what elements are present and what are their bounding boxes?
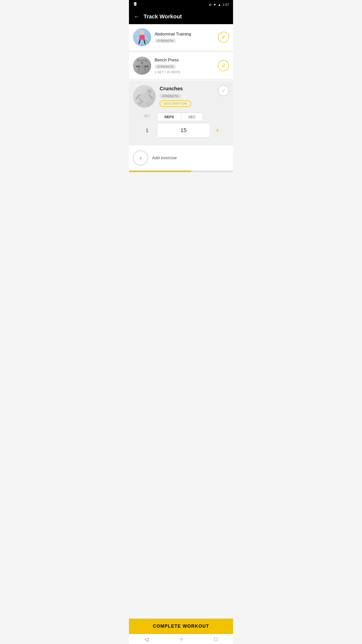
add-exercise-icon: + (139, 154, 142, 162)
exercise-info-bench: Bench Press STRENGTH 1 SET • 15 REPS (155, 58, 218, 74)
crunches-left: Crunches STRENGTH DESCRIPTION (133, 85, 191, 108)
svg-line-2 (137, 37, 139, 39)
add-exercise-row[interactable]: + Add exercise (129, 145, 233, 171)
exercise-card-bench: Bench Press STRENGTH 1 SET • 15 REPS ✓ (129, 53, 233, 79)
tab-reps[interactable]: REPS (157, 113, 181, 121)
exercise-tag-crunches: STRENGTH (160, 94, 181, 98)
exercise-sets-bench: 1 SET • 15 REPS (155, 70, 218, 74)
nav-back-icon[interactable]: ◁ (145, 636, 148, 642)
svg-line-17 (149, 95, 152, 99)
crunches-info: Crunches STRENGTH DESCRIPTION (160, 86, 191, 107)
status-time: 1:57 (223, 3, 229, 7)
avatar-bench (133, 57, 151, 75)
exercise-tag-bench: STRENGTH (155, 64, 176, 69)
checkmark-crunches: ✓ (221, 88, 226, 94)
complete-workout-button[interactable]: COMPLETE WORKOUT (129, 619, 233, 634)
battery-level-icon: ▲ (218, 3, 221, 7)
exercise-card-left: Abdominal Training STRENGTH (133, 28, 218, 46)
header: ← Track Workout (129, 9, 233, 24)
exercise-name-bench: Bench Press (155, 58, 218, 63)
add-exercise-circle: + (133, 150, 148, 166)
svg-point-11 (140, 65, 145, 68)
svg-point-1 (139, 35, 145, 40)
check-button-bench[interactable]: ✓ (218, 60, 229, 71)
svg-line-3 (145, 37, 148, 39)
checkmark-bench: ✓ (221, 63, 226, 69)
set-label: SET (137, 114, 157, 120)
add-set-button[interactable]: + (210, 126, 225, 134)
tabs-row: SET REPS SEC (133, 112, 229, 121)
nav-bar: ◁ ○ □ (129, 634, 233, 644)
exercise-info-abdominal: Abdominal Training STRENGTH (155, 32, 218, 43)
nav-square-icon[interactable]: □ (214, 636, 217, 642)
page-title: Track Workout (144, 13, 182, 20)
add-exercise-label: Add exercise (152, 155, 177, 160)
description-button[interactable]: DESCRIPTION (160, 100, 191, 107)
status-bar: ⊖ ▼ ▲ 1:57 (129, 0, 233, 9)
tab-group: REPS SEC (157, 113, 203, 121)
crunches-section: Crunches STRENGTH DESCRIPTION ✓ SET REPS… (129, 81, 233, 145)
check-button-crunches[interactable]: ✓ (218, 85, 229, 96)
exercise-name-crunches: Crunches (160, 86, 191, 92)
svg-line-4 (139, 40, 140, 44)
svg-line-13 (145, 68, 146, 71)
exercise-card-left-bench: Bench Press STRENGTH 1 SET • 15 REPS (133, 57, 218, 75)
exercise-card-abdominal: Abdominal Training STRENGTH ✓ (129, 24, 233, 51)
nav-home-icon[interactable]: ○ (180, 636, 183, 642)
content-area: Abdominal Training STRENGTH ✓ (129, 24, 233, 644)
crunches-header: Crunches STRENGTH DESCRIPTION ✓ (133, 85, 229, 108)
avatar-crunches (133, 85, 156, 108)
back-button[interactable]: ← (133, 12, 141, 21)
svg-point-15 (139, 93, 149, 98)
progress-bar-container (129, 171, 233, 172)
avatar-abdominal (133, 28, 151, 46)
complete-btn-container: COMPLETE WORKOUT (129, 619, 233, 634)
check-button-abdominal[interactable]: ✓ (218, 32, 229, 43)
tab-sec[interactable]: SEC (181, 113, 203, 121)
svg-line-5 (144, 40, 145, 44)
signal-icon: ⊖ (209, 3, 212, 7)
progress-bar-fill (129, 171, 191, 172)
status-bar-right: ⊖ ▼ ▲ 1:57 (209, 3, 229, 7)
svg-point-0 (140, 31, 144, 35)
checkmark-abdominal: ✓ (221, 34, 226, 40)
svg-point-7 (141, 61, 144, 64)
svg-point-14 (147, 89, 152, 94)
value-row: 1 15 + (133, 121, 229, 141)
svg-line-12 (138, 68, 140, 71)
status-bar-logo (133, 2, 138, 7)
exercise-tag-abdominal: STRENGTH (155, 38, 176, 43)
current-set-value: 1 (137, 128, 157, 133)
current-reps-value[interactable]: 15 (157, 123, 210, 137)
wifi-icon: ▼ (213, 3, 216, 7)
exercise-name-abdominal: Abdominal Training (155, 32, 218, 37)
